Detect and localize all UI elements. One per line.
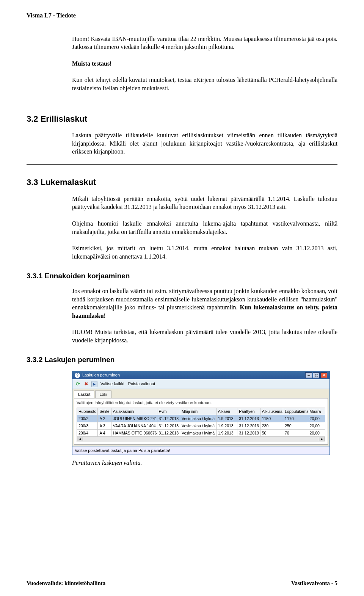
- cell: 20,00: [308, 415, 325, 422]
- tab-loki[interactable]: Loki: [95, 391, 111, 398]
- maximize-button[interactable]: ▢: [313, 372, 320, 378]
- status-bar: Valitse poistettavat laskut ja paina Poi…: [72, 446, 329, 455]
- col-alkaen[interactable]: Alkaen: [216, 408, 237, 415]
- cell: HAMMAS OTTO 060676: [111, 430, 157, 437]
- heading-3-3-1: 3.3.1 Ennakoiden korjaaminen: [27, 271, 337, 281]
- scroll-left-icon[interactable]: ◄: [77, 437, 83, 441]
- toolbar: ⟳ ✖ ▸ Valitse kaikki Poista valinnat: [72, 379, 329, 389]
- paragraph: HUOM! Muista tarkistaa, että lukemalasku…: [72, 328, 337, 344]
- cell: 20,00: [308, 430, 325, 437]
- col-alkulukema[interactable]: Alkulukema: [260, 408, 283, 415]
- cell: 1150: [260, 415, 283, 422]
- close-button[interactable]: ✕: [320, 372, 327, 378]
- col-selite[interactable]: Selite: [98, 408, 111, 415]
- footer-left: Vuodenvaihde: kiinteistöhallinta: [27, 579, 105, 587]
- cell: 1.9.2013: [216, 422, 237, 430]
- divider: [27, 101, 337, 101]
- col-asiakasnimi[interactable]: Asiakasnimi: [111, 408, 157, 415]
- cell: 1.9.2013: [216, 430, 237, 437]
- cell: 31.12.2013: [157, 422, 180, 430]
- tabstrip: Laskut Loki: [74, 391, 328, 398]
- page-footer: Vuodenvaihde: kiinteistöhallinta Vastike…: [27, 579, 337, 587]
- app-window: ? Laskujen peruminen – ▢ ✕ ⟳ ✖ ▸ Valitse…: [72, 371, 330, 455]
- cell: Vesimaksu / kylmä: [180, 415, 217, 422]
- cell: 31.12.2013: [157, 430, 180, 437]
- app-icon: ?: [75, 373, 80, 378]
- panel-description: Valittujen taloyhtiöiden kirjatut laskut…: [77, 400, 325, 406]
- cell: 250: [283, 422, 308, 430]
- figure-caption: Peruttavien laskujen valinta.: [72, 459, 337, 467]
- table-row[interactable]: 200/3 A 3 VAARA JOHANNA 1404 31.12.2013 …: [77, 422, 325, 430]
- delete-icon[interactable]: ✖: [83, 381, 89, 387]
- divider: [27, 164, 337, 165]
- paragraph: Ohjelma huomioi laskulle ennakoksi annet…: [72, 220, 337, 236]
- cell: A 4: [98, 430, 111, 437]
- table-header-row: Huoneisto Selite Asiakasnimi Pvm Mlaji n…: [77, 408, 325, 415]
- paragraph: Laskuta päättyvälle tilikaudelle kuuluva…: [72, 131, 337, 156]
- col-huoneisto[interactable]: Huoneisto: [77, 408, 98, 415]
- cell: 31.12.2013: [237, 415, 260, 422]
- page-header: Visma L7 - Tiedote: [27, 11, 337, 20]
- cell: 20,00: [308, 422, 325, 430]
- col-paattyen[interactable]: Paattyen: [237, 408, 260, 415]
- cell: VAARA JOHANNA 1404: [111, 422, 157, 430]
- paragraph: Esimerkiksi, jos mittarit on luettu 3.1.…: [72, 244, 337, 260]
- run-icon[interactable]: ▸: [91, 381, 97, 387]
- cell: Vesimaksu / kylmä: [180, 422, 217, 430]
- cell: A 2: [98, 415, 111, 422]
- col-maara[interactable]: Määrä: [308, 408, 325, 415]
- footer-right: Vastikevalvonta - 5: [291, 579, 337, 587]
- heading-3-3-2: 3.3.2 Laskujen peruminen: [27, 355, 337, 365]
- heading-3-2: 3.2 Erillislaskut: [27, 113, 337, 125]
- cell: 50: [260, 430, 283, 437]
- tab-panel: Valittujen taloyhtiöiden kirjatut laskut…: [74, 398, 328, 445]
- titlebar: ? Laskujen peruminen – ▢ ✕: [72, 371, 329, 379]
- cell: A 3: [98, 422, 111, 430]
- col-mlaji[interactable]: Mlaji nimi: [180, 408, 217, 415]
- invoice-table: Huoneisto Selite Asiakasnimi Pvm Mlaji n…: [77, 408, 325, 437]
- paragraph: Jos ennakot on laskulla väärin tai esim.…: [72, 287, 337, 320]
- cell: 200/3: [77, 422, 98, 430]
- minimize-button[interactable]: –: [305, 372, 312, 378]
- cell: Vesimaksu / kylmä: [180, 430, 217, 437]
- cell: 230: [260, 422, 283, 430]
- table-row[interactable]: 200/4 A 4 HAMMAS OTTO 060676 31.12.2013 …: [77, 430, 325, 437]
- cell: 200/2: [77, 415, 98, 422]
- emphasis-testaus: Muista testaus!: [72, 60, 337, 68]
- cell: 31.12.2013: [157, 415, 180, 422]
- deselect-all-button[interactable]: Poista valinnat: [127, 381, 156, 387]
- cell: 1170: [283, 415, 308, 422]
- table-row[interactable]: 200/2 A 2 JOULUINEN MIKKO 241 31.12.2013…: [77, 415, 325, 422]
- cell: 31.12.2013: [237, 422, 260, 430]
- horizontal-scrollbar[interactable]: ◄ ►: [77, 437, 325, 442]
- paragraph: Huom! Kasvata IBAN-muuttujille varattua …: [72, 35, 337, 51]
- cell: 31.12.2013: [237, 430, 260, 437]
- col-pvm[interactable]: Pvm: [157, 408, 180, 415]
- select-all-button[interactable]: Valitse kaikki: [100, 381, 125, 387]
- window-title: Laskujen peruminen: [82, 372, 120, 378]
- paragraph: Mikäli taloyhtiössä peritään ennakoita, …: [72, 195, 337, 211]
- col-loppulukema[interactable]: Loppulukema: [283, 408, 308, 415]
- cell: 70: [283, 430, 308, 437]
- cell: 200/4: [77, 430, 98, 437]
- refresh-icon[interactable]: ⟳: [75, 381, 81, 387]
- scroll-right-icon[interactable]: ►: [319, 437, 325, 441]
- paragraph: Kun olet tehnyt edellä kuvatut muutokset…: [72, 76, 337, 92]
- cell: JOULUINEN MIKKO 241: [111, 415, 157, 422]
- tab-laskut[interactable]: Laskut: [74, 391, 94, 398]
- heading-3-3: 3.3 Lukemalaskut: [27, 177, 337, 188]
- cell: 1.9.2013: [216, 415, 237, 422]
